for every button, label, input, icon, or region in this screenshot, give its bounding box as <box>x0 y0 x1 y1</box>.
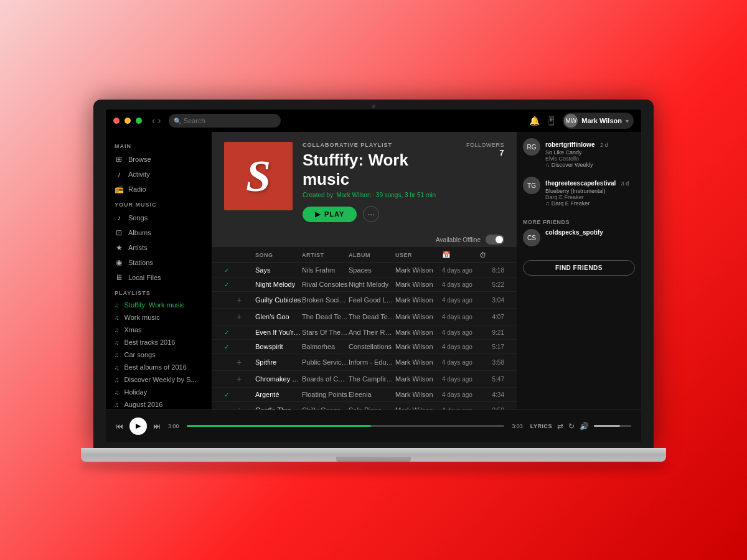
offline-bar: Available Offline <box>212 232 517 247</box>
repeat-icon[interactable]: ↻ <box>568 422 575 431</box>
creator-link[interactable]: Mark Wilson · 39 songs, 3 hr 51 min <box>336 192 436 198</box>
sidebar-playlist-carsongs[interactable]: ♫ Car songs <box>106 348 212 361</box>
sidebar-albums-label: Albums <box>128 229 151 236</box>
sidebar-item-localfiles[interactable]: 🖥 Local Files <box>106 270 212 285</box>
sidebar-playlist-bestalbums[interactable]: ♫ Best albums of 2016 <box>106 361 212 373</box>
track-row[interactable]: ✓ Bowspirit Balmorhea Constellations Mar… <box>212 340 517 354</box>
search-bar[interactable]: 🔍 <box>169 114 281 128</box>
shuffle-icon[interactable]: ⇄ <box>557 422 563 431</box>
track-duration: 5:22 <box>479 281 504 288</box>
track-added: 4 days ago <box>442 281 479 288</box>
track-row[interactable]: + Chromakey Dreamcoat Boards of Canada T… <box>212 371 517 388</box>
lyrics-button[interactable]: LYRICS <box>530 423 552 429</box>
sidebar-item-activity[interactable]: ♪ Activity <box>106 167 212 182</box>
sidebar-playlist-7-label: Holiday <box>125 388 148 396</box>
sidebar-item-albums[interactable]: ⊡ Albums <box>106 225 212 240</box>
track-added: 4 days ago <box>442 343 479 350</box>
sidebar-item-radio[interactable]: 📻 Radio <box>106 182 212 197</box>
sidebar-stations-label: Stations <box>128 259 153 266</box>
sidebar-playlist-stuffify[interactable]: ♫ Stuffify: Work music <box>106 299 212 311</box>
track-add-icon[interactable]: + <box>237 357 255 367</box>
play-label: PLAY <box>324 210 344 218</box>
sidebar-activity-label: Activity <box>128 170 150 178</box>
track-title: Guilty Cubicles <box>255 296 302 304</box>
playlist-note-icon-6: ♫ <box>115 376 120 383</box>
track-duration: 3:04 <box>479 297 504 304</box>
track-rows-container: ✓ Says Nils Frahm Spaces Mark Wilson 4 d… <box>212 263 517 409</box>
next-button[interactable]: ⏭ <box>153 422 161 431</box>
right-panel: RG robertgriffinlowe 2 d So Like Candy E… <box>517 132 641 409</box>
sidebar-item-stations[interactable]: ◉ Stations <box>106 255 212 270</box>
followers-info: FOLLOWERS 7 <box>466 142 504 222</box>
sidebar-playlist-4-label: Car songs <box>125 351 156 358</box>
playlist-note-icon-5: ♫ <box>115 364 120 371</box>
volume-icon[interactable]: 🔊 <box>580 422 589 431</box>
radio-icon: 📻 <box>115 185 123 194</box>
progress-container[interactable] <box>187 425 505 427</box>
track-row[interactable]: ✓ Argenté Floating Points Eleenia Mark W… <box>212 388 517 402</box>
titlebar: ‹ › 🔍 🔔 📱 MW Mark Wilson ▾ <box>106 110 641 132</box>
maximize-button[interactable] <box>136 118 142 124</box>
sidebar-playlist-holiday[interactable]: ♫ Holiday <box>106 386 212 398</box>
localfiles-icon: 🖥 <box>115 273 123 282</box>
track-title: Bowspirit <box>255 343 302 350</box>
volume-bar[interactable] <box>594 425 631 427</box>
note-icon-1: ♫ <box>545 200 550 207</box>
track-row[interactable]: ✓ Night Melody Rival Consoles Night Melo… <box>212 278 517 292</box>
back-arrow[interactable]: ‹ <box>152 115 155 126</box>
sidebar-item-browse[interactable]: ⊞ Browse <box>106 152 212 167</box>
track-row[interactable]: ✓ Says Nils Frahm Spaces Mark Wilson 4 d… <box>212 263 517 278</box>
devices-icon[interactable]: 📱 <box>546 116 557 126</box>
track-user: Mark Wilson <box>395 281 442 288</box>
track-add-icon[interactable]: + <box>237 312 255 322</box>
toggle-knob <box>496 236 503 243</box>
sidebar-browse-label: Browse <box>128 156 151 163</box>
track-row[interactable]: + Glen's Goo The Dead Texan The Dead Tex… <box>212 309 517 325</box>
track-list: SONG ARTIST ALBUM USER 📅 ⏱ ✓ Says Nils F… <box>212 247 517 409</box>
track-row[interactable]: ✓ Even If You're Never Awake Stars Of Th… <box>212 325 517 340</box>
player-controls: ⏮ ▶ ⏭ <box>116 418 161 435</box>
track-added: 4 days ago <box>442 391 479 398</box>
sidebar-playlist-xmas[interactable]: ♫ Xmas <box>106 324 212 336</box>
track-row[interactable]: + Gentle Threat - Instrumental Chilly Go… <box>212 402 517 409</box>
sidebar-playlist-5-label: Best albums of 2016 <box>125 363 187 371</box>
friend-avatar-more: CS <box>523 229 540 246</box>
track-user: Mark Wilson <box>395 375 442 383</box>
find-friends-button[interactable]: FIND FRIENDS <box>523 260 635 276</box>
play-pause-button[interactable]: ▶ <box>129 418 147 435</box>
search-input[interactable] <box>184 117 276 124</box>
more-options-button[interactable]: ··· <box>363 206 379 222</box>
playlist-note-icon-7: ♫ <box>115 389 120 396</box>
sidebar-playlist-workmusic[interactable]: ♫ Work music <box>106 311 212 324</box>
close-button[interactable] <box>113 118 120 124</box>
notification-icon[interactable]: 🔔 <box>529 116 540 126</box>
play-button[interactable]: ▶ PLAY <box>303 207 357 222</box>
playlist-info: Created by: Mark Wilson · 39 songs, 3 hr… <box>303 192 456 198</box>
friend-name-0: robertgriffinlowe <box>545 141 594 148</box>
playlist-title: Stuffify: Work music <box>303 151 456 189</box>
offline-toggle[interactable] <box>486 235 504 245</box>
track-check: ✓ <box>224 391 237 398</box>
forward-arrow[interactable]: › <box>157 115 161 126</box>
progress-bar[interactable] <box>187 425 505 427</box>
sidebar-playlist-discoverweekly[interactable]: ♫ Discover Weekly by S... <box>106 373 212 386</box>
user-menu-button[interactable]: MW Mark Wilson ▾ <box>563 113 634 129</box>
main-content: S COLLABORATIVE PLAYLIST Stuffify: Work … <box>212 132 517 409</box>
track-add-icon[interactable]: + <box>237 374 255 384</box>
sidebar-item-songs[interactable]: ♪ Songs <box>106 210 212 225</box>
followers-label: FOLLOWERS <box>466 142 504 148</box>
track-add-icon[interactable]: + <box>237 405 255 409</box>
friend-avatar-1: TG <box>523 177 540 194</box>
sidebar-playlist-besttracks[interactable]: ♫ Best tracks 2016 <box>106 336 212 348</box>
track-row[interactable]: + Spitfire Public Service Br... Inform -… <box>212 354 517 371</box>
track-duration: 5:17 <box>479 343 504 350</box>
track-add-icon[interactable]: + <box>237 295 255 305</box>
minimize-button[interactable] <box>125 118 131 124</box>
play-triangle-icon: ▶ <box>315 210 321 218</box>
track-user: Mark Wilson <box>395 313 442 320</box>
sidebar-item-artists[interactable]: ★ Artists <box>106 240 212 255</box>
sidebar-main-label: MAIN <box>106 138 212 152</box>
track-row[interactable]: + Guilty Cubicles Broken Social Sc... Fe… <box>212 292 517 309</box>
sidebar-playlist-august[interactable]: ♫ August 2016 <box>106 398 212 409</box>
prev-button[interactable]: ⏮ <box>116 422 123 431</box>
